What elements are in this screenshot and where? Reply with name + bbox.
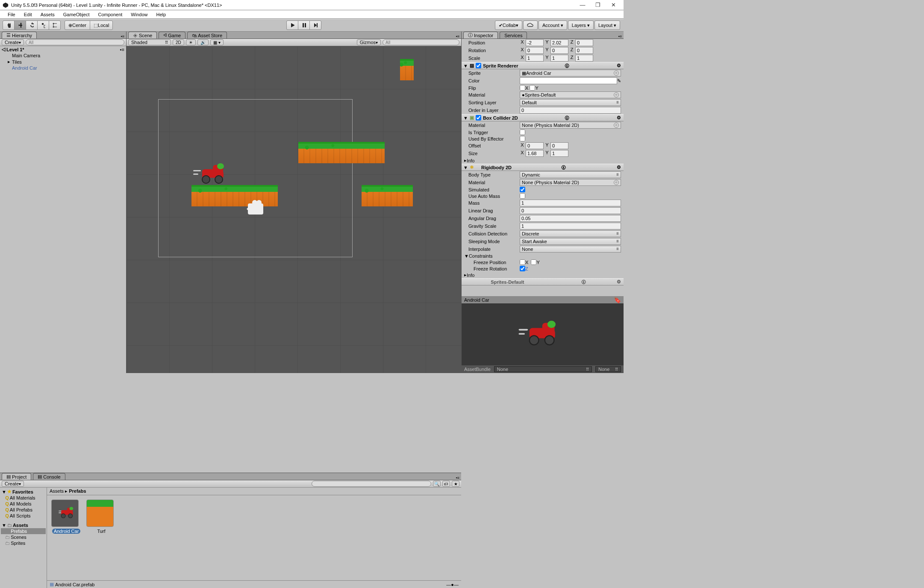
position-z[interactable] xyxy=(575,39,593,46)
pivot-local[interactable]: ⬚ Local xyxy=(90,21,113,30)
scene-shaded-dropdown[interactable]: Shaded ⠿ xyxy=(128,39,171,45)
rb-material-field[interactable]: None (Physics Material 2D)○ xyxy=(520,179,621,186)
help-icon[interactable]: 🛈 xyxy=(564,115,570,121)
eyedropper-icon[interactable]: ✎ xyxy=(617,78,621,84)
hierarchy-item-main-camera[interactable]: Main Camera xyxy=(0,53,126,59)
object-picker-icon[interactable]: ○ xyxy=(614,92,619,97)
hierarchy-item-tiles[interactable]: ▸Tiles xyxy=(0,59,126,65)
pivot-center[interactable]: ⊕ Center xyxy=(65,21,90,30)
maximize-button[interactable]: ❐ xyxy=(590,2,606,8)
sprite-renderer-enabled[interactable] xyxy=(476,63,481,68)
scene-fx-dropdown[interactable]: ▦ ▾ xyxy=(210,39,224,45)
tag-icon[interactable]: 🔖 xyxy=(614,297,621,303)
panel-menu-icon[interactable]: ▪≡ xyxy=(618,34,622,38)
tab-game[interactable]: ᐊ Game xyxy=(159,32,185,38)
help-icon[interactable]: 🛈 xyxy=(561,165,567,170)
turf-tile[interactable] xyxy=(362,185,413,206)
android-car-sprite[interactable] xyxy=(196,165,231,185)
mass-field[interactable] xyxy=(520,200,621,206)
object-picker-icon[interactable]: ○ xyxy=(614,180,619,185)
pause-button[interactable] xyxy=(298,21,310,30)
account-dropdown[interactable]: Account ▾ xyxy=(539,21,567,30)
menu-window[interactable]: Window xyxy=(127,11,152,18)
preview-header[interactable]: Android Car🔖 xyxy=(462,296,624,304)
camera-gizmo-icon[interactable] xyxy=(248,203,263,215)
help-icon[interactable]: 🛈 xyxy=(564,63,570,68)
box-collider-enabled[interactable] xyxy=(476,115,481,121)
play-button[interactable] xyxy=(286,21,298,30)
linear-drag-field[interactable] xyxy=(520,207,621,214)
scale-y[interactable] xyxy=(550,55,568,62)
scale-z[interactable] xyxy=(575,55,593,62)
scene-2d-toggle[interactable]: 2D xyxy=(173,39,184,45)
sleeping-dropdown[interactable]: Start Awake xyxy=(520,238,621,245)
offset-y[interactable] xyxy=(550,142,568,149)
gear-icon[interactable]: ⚙ xyxy=(616,279,622,285)
close-window-button[interactable]: ✕ xyxy=(606,2,621,8)
tab-inspector[interactable]: ⓘ Inspector xyxy=(463,32,498,38)
offset-x[interactable] xyxy=(526,142,544,149)
collab-dropdown[interactable]: ✔ Collab ▾ xyxy=(495,21,522,30)
position-y[interactable] xyxy=(550,39,568,46)
hierarchy-item-android-car[interactable]: Android Car xyxy=(0,65,126,71)
use-auto-mass[interactable] xyxy=(520,193,525,199)
scene-gizmos-dropdown[interactable]: Gizmos ▾ xyxy=(357,39,381,45)
angular-drag-field[interactable] xyxy=(520,215,621,222)
size-y[interactable] xyxy=(550,150,568,157)
assetbundle-variant[interactable]: None ⠿ xyxy=(595,366,621,372)
menu-file[interactable]: File xyxy=(3,11,20,18)
flip-y[interactable] xyxy=(530,85,535,91)
turf-tile[interactable] xyxy=(400,59,414,80)
material-footer[interactable]: Sprites-Default🛈⚙ xyxy=(462,278,624,285)
used-by-effector[interactable] xyxy=(520,136,525,141)
expand-toggle-icon[interactable]: ▸ xyxy=(8,59,12,65)
turf-tile[interactable] xyxy=(298,142,385,163)
bc-info-foldout[interactable]: ▸ Info xyxy=(462,157,624,164)
flip-x[interactable] xyxy=(520,85,525,91)
scene-menu-icon[interactable]: ▪≡ xyxy=(120,47,124,52)
cloud-button[interactable] xyxy=(523,21,538,30)
is-trigger[interactable] xyxy=(520,129,525,135)
assetbundle-dropdown[interactable]: None ⠿ xyxy=(494,366,592,372)
body-type-dropdown[interactable]: Dynamic xyxy=(520,171,621,178)
constraints-foldout[interactable]: ▼ Constraints xyxy=(462,253,624,259)
rotation-x[interactable] xyxy=(526,47,544,54)
scene-audio-toggle[interactable]: 🔊 xyxy=(197,39,209,45)
tab-services[interactable]: Services xyxy=(500,32,527,38)
position-x[interactable] xyxy=(526,39,544,46)
help-icon[interactable]: 🛈 xyxy=(581,279,587,285)
rotation-y[interactable] xyxy=(550,47,568,54)
menu-component[interactable]: Component xyxy=(94,11,127,18)
gear-icon[interactable]: ⚙ xyxy=(616,165,622,170)
step-button[interactable] xyxy=(309,21,321,30)
collision-det-dropdown[interactable]: Discrete xyxy=(520,230,621,237)
sprite-field[interactable]: ▦ Android Car○ xyxy=(520,70,621,76)
gravity-scale-field[interactable] xyxy=(520,223,621,229)
rotate-tool[interactable] xyxy=(26,21,38,30)
gear-icon[interactable]: ⚙ xyxy=(616,63,622,68)
freeze-pos-x[interactable] xyxy=(520,259,525,265)
turf-tile[interactable] xyxy=(191,185,278,206)
interpolate-dropdown[interactable]: None xyxy=(520,246,621,253)
scene-viewport[interactable] xyxy=(127,46,461,373)
tab-hierarchy[interactable]: ☰ Hierarchy xyxy=(2,32,37,38)
freeze-rot-z[interactable] xyxy=(520,266,525,271)
panel-menu-icon[interactable]: ▪≡ xyxy=(456,34,459,38)
gear-icon[interactable]: ⚙ xyxy=(616,115,622,121)
layout-dropdown[interactable]: Layout ▾ xyxy=(594,21,620,30)
bc-material-field[interactable]: None (Physics Material 2D)○ xyxy=(520,122,621,129)
sorting-layer-dropdown[interactable]: Default xyxy=(520,99,621,106)
scene-search[interactable] xyxy=(383,39,459,45)
rigidbody-header[interactable]: ▼ ⚛ Rigidbody 2D🛈⚙ xyxy=(462,164,624,171)
tab-asset-store[interactable]: 🛍 Asset Store xyxy=(187,32,227,38)
menu-help[interactable]: Help xyxy=(152,11,170,18)
menu-edit[interactable]: Edit xyxy=(20,11,36,18)
menu-gameobject[interactable]: GameObject xyxy=(59,11,94,18)
rb-info-foldout[interactable]: ▸ Info xyxy=(462,272,624,278)
move-tool[interactable] xyxy=(14,21,26,30)
hand-tool[interactable] xyxy=(3,21,15,30)
minimize-button[interactable]: — xyxy=(575,2,590,8)
order-field[interactable] xyxy=(520,107,621,114)
object-picker-icon[interactable]: ○ xyxy=(614,123,619,128)
object-picker-icon[interactable]: ○ xyxy=(614,71,619,76)
